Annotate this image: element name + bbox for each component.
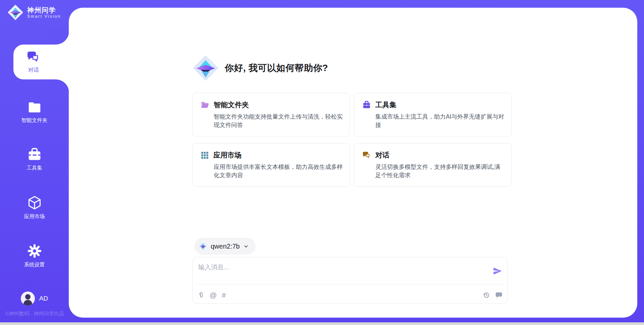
card-smart-folder[interactable]: 智能文件夹 智能文件夹功能支持批量文件上传与清洗，轻松实现文件问答 <box>192 93 350 136</box>
person-icon <box>25 294 31 300</box>
footer-credit: ©神州数码 · 神州问学出品 <box>5 311 64 317</box>
card-title: 对话 <box>375 150 389 160</box>
card-description: 集成市场上主流工具，助力AI与外界无缝扩展与对接 <box>375 113 505 130</box>
sidebar: 神州问学 Smart Vision 对话 智能文件夹 <box>0 0 69 325</box>
attach-button[interactable] <box>198 291 205 299</box>
briefcase-icon <box>27 147 42 161</box>
brand-logo-icon <box>7 4 23 20</box>
sidebar-item-chat[interactable]: 对话 <box>13 45 70 79</box>
card-description: 应用市场提供丰富长文本模板，助力高效生成多样化文章内容 <box>214 163 343 180</box>
send-icon <box>493 266 502 276</box>
greeting: 你好, 我可以如何帮助你? <box>192 55 328 81</box>
brand-subtitle: Smart Vision <box>27 14 61 19</box>
user-profile[interactable]: AD <box>0 291 69 306</box>
sidebar-item-smart-folder[interactable]: 智能文件夹 <box>0 101 69 124</box>
chevron-down-icon <box>243 244 249 249</box>
card-title: 应用市场 <box>213 150 241 160</box>
history-button[interactable] <box>483 291 490 299</box>
greeting-title: 你好, 我可以如何帮助你? <box>225 62 328 74</box>
card-description: 智能文件夹功能支持批量文件上传与清洗，轻松实现文件问答 <box>214 113 343 130</box>
card-toolkit[interactable]: 工具集 集成市场上主流工具，助力AI与外界无缝扩展与对接 <box>354 93 512 136</box>
paperclip-icon <box>198 291 205 299</box>
sidebar-item-toolkit[interactable]: 工具集 <box>0 147 69 172</box>
main-panel: 你好, 我可以如何帮助你? 智能文件夹 智能文件夹功能支持批量文件上传与清洗，轻… <box>69 8 637 318</box>
sidebar-item-app-market[interactable]: 应用市场 <box>0 195 69 220</box>
briefcase-icon <box>362 101 371 109</box>
chat-icon <box>26 51 41 64</box>
composer: @ # <box>192 257 508 304</box>
card-title: 智能文件夹 <box>214 100 249 110</box>
sidebar-item-chat-inner: 对话 <box>13 45 54 79</box>
history-icon <box>483 291 490 299</box>
topic-button[interactable]: # <box>222 291 226 299</box>
at-icon: @ <box>210 291 217 299</box>
brand-name: 神州问学 <box>27 6 61 14</box>
gear-icon <box>27 244 42 258</box>
send-button[interactable] <box>492 266 503 277</box>
composer-toolbar: @ # <box>198 288 502 302</box>
mention-button[interactable]: @ <box>210 291 217 299</box>
conversations-button[interactable] <box>495 291 502 299</box>
folder-open-icon <box>201 101 209 109</box>
feature-cards: 智能文件夹 智能文件夹功能支持批量文件上传与清洗，轻松实现文件问答 工具集 集成… <box>192 93 512 187</box>
avatar <box>21 291 35 306</box>
composer-divider <box>196 284 504 284</box>
sidebar-item-label: 智能文件夹 <box>21 117 48 124</box>
sidebar-item-label: 工具集 <box>26 165 42 172</box>
sidebar-item-settings[interactable]: 系统设置 <box>0 244 69 268</box>
hash-icon: # <box>222 291 226 299</box>
assistant-logo-icon <box>192 55 219 81</box>
bottom-strip <box>0 322 644 325</box>
sidebar-item-label: 应用市场 <box>24 213 45 220</box>
sidebar-item-label: 对话 <box>28 67 39 74</box>
card-app-market[interactable]: 应用市场 应用市场提供丰富长文本模板，助力高效生成多样化文章内容 <box>192 143 350 187</box>
brand-text: 神州问学 Smart Vision <box>27 6 61 19</box>
app-root: 神州问学 Smart Vision 对话 智能文件夹 <box>0 0 644 325</box>
diamond-logo-icon <box>199 242 207 251</box>
card-description: 灵活切换多模型文件，支持多样回复效果调试,满足个性化需求 <box>375 163 505 180</box>
speech-bubble-icon <box>495 291 502 299</box>
sidebar-item-label: 系统设置 <box>24 261 45 268</box>
grid-icon <box>201 151 209 159</box>
message-input[interactable] <box>198 262 481 282</box>
model-selector[interactable]: qwen2:7b <box>194 238 256 255</box>
model-name: qwen2:7b <box>211 243 240 250</box>
card-title: 工具集 <box>375 100 396 110</box>
chat-icon <box>362 151 371 159</box>
card-chat[interactable]: 对话 灵活切换多模型文件，支持多样回复效果调试,满足个性化需求 <box>354 143 512 187</box>
brand: 神州问学 Smart Vision <box>7 4 61 20</box>
folder-icon <box>27 101 42 114</box>
user-initials: AD <box>39 295 48 302</box>
cube-icon <box>27 195 42 210</box>
